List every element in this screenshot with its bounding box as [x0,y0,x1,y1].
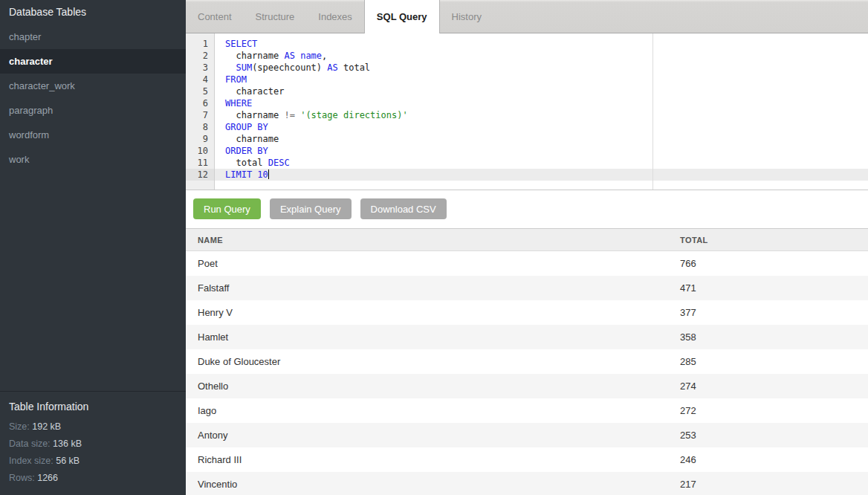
result-row: Richard III246 [186,447,868,472]
table-info-row: Size: 192 kB [9,421,177,433]
sidebar-item-character_work[interactable]: character_work [0,74,186,98]
line-number: 10 [186,145,215,157]
line-number: 5 [186,85,215,97]
tab-content[interactable]: Content [186,0,244,33]
sidebar-item-label: character [9,56,53,67]
line-number: 12 [186,169,215,181]
tab-label: Content [198,11,232,22]
sidebar-item-label: wordform [9,129,49,140]
sidebar-item-work[interactable]: work [0,147,186,172]
code-line: 9 charname [186,133,868,145]
line-number: 7 [186,109,215,121]
explain-query-button[interactable]: Explain Query [270,198,352,219]
sidebar-item-paragraph[interactable]: paragraph [0,98,186,123]
run-query-button[interactable]: Run Query [193,198,261,219]
result-row: Antony253 [186,423,868,447]
sql-token: '(stage directions)' [300,110,408,120]
result-row: Iago272 [186,398,868,423]
code-line: 6WHERE [186,97,868,109]
result-cell-total: 253 [680,430,868,441]
code-text: LIMIT 10 [215,169,868,181]
sidebar-item-chapter[interactable]: chapter [0,25,186,49]
code-line: 11 total DESC [186,157,868,169]
result-row: Falstaff471 [186,276,868,300]
sql-token: SELECT [225,39,257,49]
result-cell-name: Othello [186,381,680,392]
sql-token: AS [327,62,337,73]
sql-token: charname [225,51,284,61]
result-cell-total: 471 [680,282,868,294]
code-text: ORDER BY [215,145,868,157]
table-info-label: Data size: [9,439,53,449]
editor-pane-divider[interactable] [652,33,653,190]
sidebar-item-character[interactable]: character [0,49,186,74]
tab-indexes[interactable]: Indexes [306,0,364,33]
result-cell-name: Vincentio [186,479,680,490]
table-info-label: Rows: [9,473,37,483]
table-info-row: Data size: 136 kB [9,438,177,450]
sql-token: WHERE [225,98,252,109]
sql-token: LIMIT [225,169,252,180]
sql-token: DESC [268,158,290,168]
table-info-label: Index size: [9,456,56,466]
line-number: 2 [186,50,215,62]
sql-token: (speechcount) [252,62,327,73]
sql-token: GROUP BY [225,122,268,132]
table-info-value: 1266 [37,473,58,483]
result-row: Vincentio217 [186,472,868,495]
code-text: charname != '(stage directions)' [215,109,868,121]
code-text: GROUP BY [215,121,868,133]
result-row: Henry V377 [186,300,868,325]
tab-history[interactable]: History [440,0,493,33]
code-text: charname AS name, [215,50,868,62]
result-cell-total: 274 [680,381,868,392]
result-cell-name: Poet [186,258,680,269]
result-cell-total: 766 [680,258,868,269]
sidebar-item-wordform[interactable]: wordform [0,123,186,147]
code-line: 4FROM [186,74,868,85]
sql-token: total [225,158,268,168]
sql-token: character [225,86,284,97]
sql-token: 10 [257,169,268,180]
result-cell-name: Richard III [186,454,680,465]
code-line: 5 character [186,85,868,97]
code-line: 3 SUM(speechcount) AS total [186,62,868,74]
tab-label: Structure [256,11,295,22]
sql-token: , [322,51,327,61]
table-info-row: Index size: 56 kB [9,455,177,468]
table-list: chaptercharactercharacter_workparagraphw… [0,25,186,172]
sql-token [225,62,236,73]
result-row: Othello274 [186,374,868,398]
code-line: 7 charname != '(stage directions)' [186,109,868,121]
sql-editor[interactable]: 1SELECT2 charname AS name,3 SUM(speechco… [186,33,868,190]
column-header-total: TOTAL [680,236,868,245]
text-cursor [268,169,269,179]
tab-label: SQL Query [377,11,427,22]
code-line: 2 charname AS name, [186,50,868,62]
code-text: total DESC [215,157,868,169]
main-panel: ContentStructureIndexesSQL QueryHistory … [186,0,868,495]
sidebar: Database Tables chaptercharactercharacte… [0,0,186,495]
result-row: Poet766 [186,251,868,276]
result-cell-total: 272 [680,405,868,416]
tab-structure[interactable]: Structure [244,0,307,33]
tab-label: History [452,11,482,22]
result-cell-name: Falstaff [186,282,680,294]
tab-sql-query[interactable]: SQL Query [364,0,440,33]
table-info-value: 192 kB [32,421,61,432]
result-cell-name: Henry V [186,307,680,318]
result-row: Hamlet358 [186,325,868,349]
line-number: 9 [186,133,215,145]
sidebar-item-label: chapter [9,31,41,42]
sql-token: SUM [236,62,252,73]
sql-token: charname [225,110,284,120]
result-cell-name: Hamlet [186,331,680,343]
table-info-row: Rows: 1266 [9,472,177,485]
result-cell-total: 246 [680,454,868,465]
download-csv-button[interactable]: Download CSV [360,198,447,219]
sidebar-item-label: paragraph [9,105,53,116]
table-info-label: Size: [9,421,32,432]
result-cell-total: 377 [680,307,868,318]
table-info-panel: Table Information Size: 192 kBData size:… [0,391,186,495]
code-text: SUM(speechcount) AS total [215,62,868,74]
